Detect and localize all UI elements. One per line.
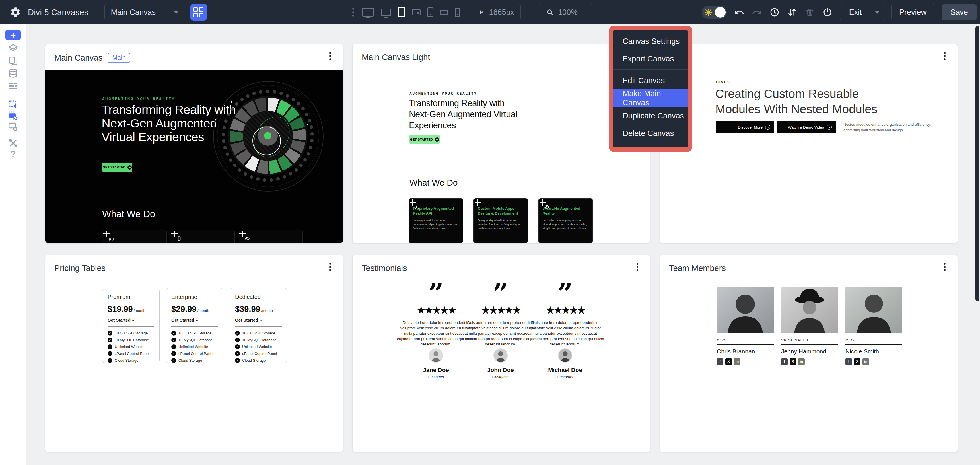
card-menu-kebab-icon[interactable] xyxy=(940,52,949,64)
canvas-card-title: Main Canvas Main xyxy=(54,53,130,63)
device-tablet-landscape-icon[interactable] xyxy=(412,9,420,15)
device-phone-landscape-icon[interactable] xyxy=(440,10,448,15)
menu-item-edit-canvas[interactable]: Edit Canvas xyxy=(614,72,688,89)
device-phone-icon[interactable] xyxy=(427,7,433,17)
check-icon xyxy=(235,331,240,336)
canvas-name: Pricing Tables xyxy=(54,264,105,273)
theme-toggle[interactable] xyxy=(702,6,727,19)
plan-cta: Get Started » xyxy=(171,318,218,322)
canvas-card-title: Testimonials xyxy=(362,264,407,273)
device-tablet-icon[interactable] xyxy=(398,7,405,18)
canvas-select-active-icon[interactable] xyxy=(8,110,19,121)
preview-button[interactable]: Preview xyxy=(891,4,934,21)
save-button[interactable]: Save xyxy=(942,4,977,20)
x-twitter-icon: X xyxy=(725,358,732,365)
tools-icon[interactable] xyxy=(8,138,19,148)
vertical-scrollbar[interactable] xyxy=(975,26,980,301)
nested-heading: Creating Custom Resuable Modules With Ne… xyxy=(715,86,900,117)
plan-price: $19.99 xyxy=(108,304,133,314)
trash-icon[interactable] xyxy=(805,7,815,18)
testimonial-role: Customer xyxy=(526,375,605,379)
layers-icon[interactable] xyxy=(8,43,19,54)
check-icon xyxy=(235,351,240,356)
member-photo xyxy=(717,287,774,333)
canvas-preview-dark: AUGMENTING YOUR REALITY Transforming Rea… xyxy=(45,70,343,243)
sort-layers-icon[interactable] xyxy=(787,7,797,18)
plan-price: $39.99 xyxy=(235,304,260,314)
section-divider xyxy=(45,199,343,199)
get-started-button: GET STARTED➜ xyxy=(409,135,440,144)
feature-label: Cloud Storage xyxy=(178,358,202,363)
undo-icon[interactable] xyxy=(734,7,745,18)
exit-dropdown-chevron[interactable] xyxy=(871,11,883,14)
module-preview-icon[interactable] xyxy=(8,121,19,132)
linkedin-icon: in xyxy=(798,358,805,365)
menu-item-export-canvas[interactable]: Export Canvas xyxy=(614,50,688,68)
member-role: CFO xyxy=(845,338,902,342)
settings-gear-icon[interactable] xyxy=(10,6,21,18)
discover-more-label: Discover More xyxy=(738,125,763,129)
canvas-card-light[interactable]: Main Canvas Light AUGMENTING YOUR REALIT… xyxy=(352,44,651,243)
canvas-card-team[interactable]: Team Members CEO Chris Brannan f X in VP… xyxy=(660,255,958,452)
card-menu-kebab-icon[interactable] xyxy=(326,52,334,64)
redo-icon[interactable] xyxy=(752,7,762,18)
canvas-card-title: Main Canvas Light xyxy=(362,53,430,62)
feature-label: Unlimited Website xyxy=(242,345,272,349)
canvas-selector-dropdown[interactable]: Main Canvas xyxy=(105,4,184,21)
annotation-highlight-box: Canvas Settings Export Canvas Edit Canva… xyxy=(609,25,692,152)
nested-note: Nested modules enhance organization and … xyxy=(843,122,939,133)
exit-button[interactable]: Exit xyxy=(840,4,884,21)
zoom-control[interactable]: 100% xyxy=(539,4,592,21)
team-member: VP OF SALES Jenny Hammond f X in xyxy=(781,287,838,365)
add-new-button[interactable]: + xyxy=(5,30,21,40)
magnifier-icon xyxy=(546,8,554,16)
menu-item-delete-canvas[interactable]: Delete Canvas xyxy=(614,125,688,142)
device-desktop-large-icon[interactable] xyxy=(362,8,374,16)
rows-icon[interactable] xyxy=(8,81,19,91)
testimonial: ” ★★★★★ Duis aute irure dolor in reprehe… xyxy=(526,283,605,379)
member-role: CEO xyxy=(717,338,774,342)
plan-name: Premium xyxy=(108,294,154,300)
canvas-card-testimonials[interactable]: Testimonials ” ★★★★★ Duis aute irure dol… xyxy=(352,255,651,452)
database-icon[interactable] xyxy=(8,68,19,79)
feature-label: Unlimited Website xyxy=(115,345,145,349)
menu-item-duplicate-canvas[interactable]: Duplicate Canvas xyxy=(614,107,688,125)
member-name: Chris Brannan xyxy=(717,348,774,355)
help-icon[interactable]: ? xyxy=(8,148,19,159)
member-role: VP OF SALES xyxy=(781,338,838,342)
device-phone-small-icon[interactable] xyxy=(455,8,460,17)
preview-label: Preview xyxy=(899,8,926,17)
templates-icon[interactable] xyxy=(8,56,19,66)
plan-divider xyxy=(235,326,282,327)
plan-cta: Get Started » xyxy=(235,318,282,322)
device-desktop-icon[interactable] xyxy=(381,8,391,16)
pricing-plan: Enterprise $29.99/month Get Started » 10… xyxy=(166,288,223,363)
portability-power-icon[interactable] xyxy=(822,7,833,18)
pricing-plan: Premium $19.99/month Get Started » 10 GB… xyxy=(102,288,160,363)
card-menu-kebab-icon[interactable] xyxy=(633,263,642,274)
canvas-card-main[interactable]: Main Canvas Main AUGMENTING YOUR REALITY… xyxy=(45,44,343,243)
canvas-grid-view-button[interactable] xyxy=(190,4,207,21)
history-icon[interactable] xyxy=(770,7,780,18)
canvas-width-input[interactable]: 1665px xyxy=(473,4,521,21)
card-menu-kebab-icon[interactable] xyxy=(940,263,949,274)
canvas-card-pricing[interactable]: Pricing Tables Premium $19.99/month Get … xyxy=(45,255,343,452)
view-options-icon[interactable] xyxy=(352,8,354,16)
testimonial-text: Duis aute irure dolor in reprehenderit i… xyxy=(526,320,605,347)
canvas-card-nested-modules[interactable]: DIVI 5 Creating Custom Resuable Modules … xyxy=(660,44,958,243)
menu-item-canvas-settings[interactable]: Canvas Settings xyxy=(614,32,688,50)
arrow-icon: ➜ xyxy=(127,166,132,170)
width-arrows-icon xyxy=(479,9,485,16)
check-icon xyxy=(171,338,176,342)
card-menu-kebab-icon[interactable] xyxy=(326,263,334,274)
plan-name: Enterprise xyxy=(171,294,218,300)
menu-item-make-main-canvas[interactable]: Make Main Canvas xyxy=(614,89,688,107)
avatar xyxy=(526,348,605,363)
service-body: Lorem ipsum dolor sit amet, consectetur … xyxy=(413,218,459,231)
chevron-down-icon xyxy=(173,11,179,14)
get-started-label: GET STARTED xyxy=(103,166,126,169)
facebook-icon: f xyxy=(781,358,788,365)
feature-label: 10 GB SSD Storage xyxy=(242,331,275,335)
facebook-icon: f xyxy=(845,358,852,365)
canvas-select-icon[interactable] xyxy=(8,99,19,110)
